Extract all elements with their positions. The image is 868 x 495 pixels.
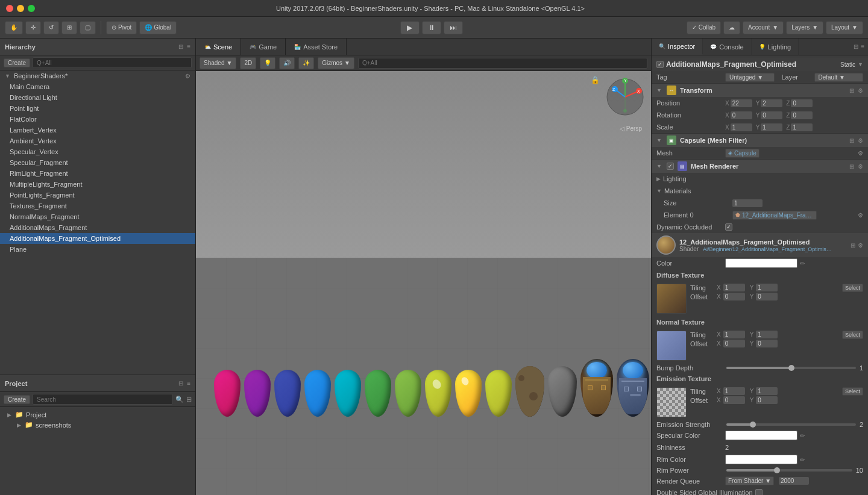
transform-component-header[interactable]: ▼ ↔ Transform ⊞ ⚙ [652,83,868,97]
rotation-x-input[interactable] [731,111,752,119]
mesh-renderer-header[interactable]: ▼ ▤ Mesh Renderer ⊞ ⚙ [652,159,868,173]
diffuse-tiling-x[interactable] [723,284,745,291]
mesh-filter-menu-icon[interactable]: ⚙ [858,137,863,144]
position-y-input[interactable] [761,99,782,107]
rim-power-slider[interactable] [726,469,852,472]
2d-btn[interactable]: 2D [240,57,256,69]
element0-value[interactable]: ⬟ 12_AdditionalMaps_Fragment_Op [732,211,817,220]
hierarchy-root-item[interactable]: ▼ BeginnerShaders* ⚙ [0,70,195,81]
mesh-filter-settings-icon[interactable]: ⊞ [849,137,854,144]
step-btn[interactable]: ⏭ [444,21,463,34]
hierarchy-item-directional-light[interactable]: Directional Light [0,92,195,103]
global-btn[interactable]: 🌐 Global [139,21,177,34]
minimize-window-btn[interactable] [17,5,24,12]
render-queue-value-input[interactable] [779,477,809,485]
emission-tiling-y[interactable] [756,387,778,395]
hierarchy-item-additionalmaps-fragment[interactable]: AdditionalMaps_Fragment [0,222,195,233]
game-tab[interactable]: 🎮 Game [241,39,286,55]
hierarchy-item-lambert-vertex[interactable]: Lambert_Vertex [0,125,195,135]
hierarchy-item-flatcolor[interactable]: FlatColor [0,114,195,125]
hierarchy-settings-icon[interactable]: ⚙ [185,73,190,79]
scene-search[interactable] [358,58,647,69]
scene-close-btn[interactable]: ✕ [642,74,648,82]
hierarchy-item-rimlight-fragment[interactable]: RimLight_Fragment [0,168,195,179]
bump-depth-slider[interactable] [726,367,856,369]
transform-menu-icon[interactable]: ⚙ [858,87,863,94]
tag-dropdown[interactable]: Untagged ▼ [725,73,775,82]
scene-lock-icon[interactable]: 🔒 [591,76,600,84]
dynamic-occluded-checkbox[interactable] [725,223,732,231]
normal-texture-thumb[interactable] [656,331,687,361]
layers-dropdown[interactable]: Layers ▼ [786,21,823,34]
hierarchy-item-additionalmaps-optimised[interactable]: AdditionalMaps_Fragment_Optimised [0,233,195,244]
lighting-section-row[interactable]: ▶ Lighting [652,173,868,185]
double-sided-checkbox[interactable] [755,489,763,495]
project-search[interactable] [33,394,173,405]
rotation-y-input[interactable] [761,111,782,119]
move-tool-btn[interactable]: ✛ [25,21,41,34]
mesh-renderer-checkbox[interactable] [667,163,674,170]
mesh-value[interactable]: ◈ Capsule [725,149,760,158]
hierarchy-search[interactable] [33,57,192,68]
hierarchy-item-specular-fragment[interactable]: Specular_Fragment [0,157,195,168]
normal-tiling-y[interactable] [756,331,778,338]
mesh-renderer-settings-icon[interactable]: ⊞ [849,163,854,170]
shading-dropdown[interactable]: Shaded ▼ [200,57,236,69]
hierarchy-item-plane[interactable]: Plane [0,244,195,255]
hierarchy-item-textures-fragment[interactable]: Textures_Fragment [0,201,195,211]
effects-btn[interactable]: ✨ [298,57,314,69]
hierarchy-create-btn[interactable]: Create [4,58,30,67]
play-btn[interactable]: ▶ [400,21,420,34]
mesh-menu-icon[interactable]: ⚙ [858,150,863,157]
size-input[interactable] [732,199,763,207]
position-x-input[interactable] [731,99,752,107]
normal-offset-y[interactable] [756,340,778,347]
scale-z-input[interactable] [791,123,813,131]
normal-tiling-x[interactable] [723,331,745,338]
hierarchy-item-normalmaps-fragment[interactable]: NormalMaps_Fragment [0,211,195,222]
project-create-btn[interactable]: Create [4,395,30,404]
diffuse-select-btn[interactable]: Select [842,284,863,292]
hierarchy-item-multiplelights-fragment[interactable]: MultipleLights_Fragment [0,179,195,190]
emission-offset-x[interactable] [723,396,745,404]
rect-tool-btn[interactable]: ▢ [80,21,96,34]
materials-section-row[interactable]: ▼ Materials [652,185,868,197]
static-chevron[interactable]: ▼ [858,61,863,67]
gameobject-active-checkbox[interactable] [656,61,664,68]
cloud-btn[interactable]: ☁ [723,21,740,34]
scale-y-input[interactable] [761,123,782,131]
layer-dropdown[interactable]: Default ▼ [814,73,864,82]
hierarchy-item-ambient-vertex[interactable]: Ambient_Vertex [0,135,195,146]
inspector-lock-icon[interactable]: ⊟ [854,43,858,50]
lighting-tab[interactable]: 💡 Lighting [752,39,799,55]
gizmos-dropdown[interactable]: Gizmos ▼ [318,57,354,69]
project-folder-project[interactable]: ▶ 📁 Project [2,409,193,420]
hierarchy-item-pointlights-fragment[interactable]: PointLights_Fragment [0,190,195,201]
rotation-z-input[interactable] [791,111,813,119]
lighting-btn[interactable]: 💡 [260,57,275,69]
maximize-window-btn[interactable] [28,5,35,12]
rotate-tool-btn[interactable]: ↺ [43,21,59,34]
inspector-tab[interactable]: 🔍 Inspector [652,39,703,55]
pause-btn[interactable]: ⏸ [422,21,441,34]
diffuse-offset-x[interactable] [723,293,745,300]
specular-edit-icon[interactable]: ✏ [800,432,805,439]
mesh-filter-header[interactable]: ▼ ▣ Capsule (Mesh Filter) ⊞ ⚙ [652,133,868,147]
console-tab[interactable]: 💬 Console [703,39,751,55]
material-menu-icon[interactable]: ⚙ [858,242,863,249]
normal-offset-x[interactable] [723,340,745,347]
audio-btn[interactable]: 🔊 [279,57,295,69]
color-swatch[interactable] [725,258,797,268]
hand-tool-btn[interactable]: ✋ [5,21,23,34]
normal-select-btn[interactable]: Select [842,331,863,339]
diffuse-texture-thumb[interactable] [656,284,687,314]
emission-select-btn[interactable]: Select [842,387,863,396]
position-z-input[interactable] [791,99,813,107]
material-settings-icon[interactable]: ⊞ [851,242,855,249]
scale-tool-btn[interactable]: ⊞ [61,21,77,34]
hierarchy-item-main-camera[interactable]: Main Camera [0,81,195,92]
mesh-renderer-menu-icon[interactable]: ⚙ [858,163,863,170]
hierarchy-menu-icon[interactable]: ≡ [187,43,190,50]
project-menu-icon[interactable]: ≡ [187,380,190,387]
emission-tiling-x[interactable] [723,387,745,395]
